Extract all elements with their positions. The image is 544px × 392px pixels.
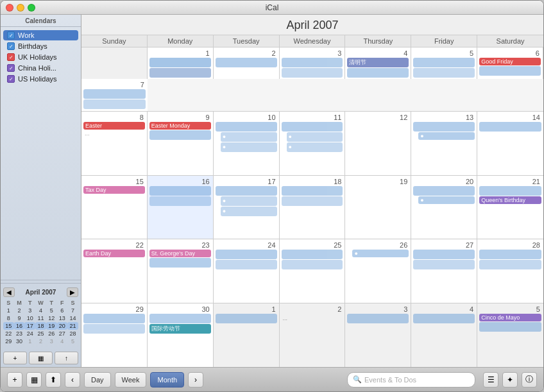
search-box[interactable]: 🔍 Events & To Dos <box>347 372 475 388</box>
mini-cal-day[interactable]: 19 <box>46 322 57 330</box>
event[interactable] <box>413 58 475 67</box>
event[interactable] <box>149 58 211 67</box>
us-holidays-checkbox[interactable]: ✓ <box>7 75 15 83</box>
add-calendar-button[interactable]: + <box>3 352 27 364</box>
mini-cal-day[interactable]: 4 <box>35 307 46 314</box>
view-toggle-button[interactable]: ▦ <box>29 352 53 364</box>
mini-cal-day[interactable]: 20 <box>57 322 68 330</box>
event[interactable] <box>282 58 343 67</box>
cell-apr28[interactable]: 28 <box>477 239 543 303</box>
event[interactable] <box>216 314 277 323</box>
event-good-friday[interactable]: Good Friday <box>479 58 541 65</box>
event-stgeorge[interactable]: St. George's Day <box>149 250 211 257</box>
month-view-button[interactable]: Month <box>150 372 184 388</box>
event[interactable] <box>479 122 541 132</box>
mini-cal-day[interactable]: 30 <box>14 337 25 345</box>
event[interactable]: ● <box>221 132 277 142</box>
cell-apr8[interactable]: 8 Easter ... <box>81 112 148 175</box>
event[interactable] <box>479 66 541 76</box>
cell-apr5[interactable]: 5 <box>411 47 477 79</box>
event[interactable] <box>149 314 211 323</box>
uk-holidays-checkbox[interactable]: ✓ <box>7 53 15 61</box>
mini-cal-day[interactable]: 22 <box>3 330 14 337</box>
event[interactable]: ● <box>418 196 475 204</box>
event[interactable] <box>413 260 475 269</box>
mini-cal-day[interactable]: 15 <box>3 322 14 330</box>
event[interactable] <box>83 314 145 323</box>
china-holidays-checkbox[interactable]: ✓ <box>7 64 15 72</box>
event[interactable] <box>149 186 211 196</box>
new-calendar-button[interactable]: + <box>7 372 22 388</box>
cell-apr22[interactable]: 22 Earth Day <box>81 239 148 303</box>
event[interactable] <box>149 258 211 268</box>
mini-cal-day[interactable]: 21 <box>67 322 78 330</box>
event[interactable] <box>347 68 409 78</box>
week-view-button[interactable]: Week <box>115 372 147 388</box>
cell-may2[interactable]: 2 ... <box>280 303 346 367</box>
event[interactable] <box>216 58 277 67</box>
cell-apr2[interactable]: 2 <box>214 47 280 79</box>
cell-apr1[interactable]: 1 <box>148 47 214 79</box>
birthdays-checkbox[interactable]: ✓ <box>7 42 15 50</box>
pin-button[interactable]: ✦ <box>502 372 518 388</box>
event[interactable]: ● <box>287 132 343 142</box>
event[interactable] <box>149 130 211 140</box>
event-easter[interactable]: Easter <box>83 122 145 130</box>
mini-cal-day[interactable]: 25 <box>35 330 46 337</box>
cell-apr20[interactable]: 20 ● <box>411 176 477 239</box>
event[interactable]: ● <box>287 142 343 152</box>
event[interactable] <box>83 324 145 334</box>
cell-apr9[interactable]: 9 Easter Monday <box>148 112 214 175</box>
mini-cal-day[interactable]: 23 <box>14 330 25 337</box>
event[interactable] <box>216 260 277 269</box>
mini-cal-day[interactable]: 18 <box>35 322 46 330</box>
mini-cal-day[interactable]: 1 <box>3 307 14 314</box>
cell-may4[interactable]: 4 <box>411 303 477 367</box>
close-button[interactable] <box>6 4 13 12</box>
mini-cal-day[interactable]: 5 <box>67 337 78 345</box>
mini-prev-button[interactable]: ◀ <box>3 287 15 297</box>
cell-may5[interactable]: 5 Cinco de Mayo <box>477 303 543 367</box>
event[interactable] <box>282 196 343 206</box>
cell-apr14[interactable]: 14 <box>477 112 543 175</box>
cell-apr11[interactable]: 11 ● ● <box>280 112 346 175</box>
event[interactable] <box>413 122 475 132</box>
cell-apr23[interactable]: 23 St. George's Day <box>148 239 214 303</box>
mini-cal-day[interactable]: 10 <box>24 314 35 322</box>
minimize-button[interactable] <box>17 4 24 12</box>
export-button[interactable]: ⬆ <box>46 372 61 388</box>
cell-apr7[interactable]: 7 <box>81 79 148 110</box>
event[interactable] <box>282 250 343 259</box>
view-button[interactable]: ▦ <box>26 372 42 388</box>
event-tax-day[interactable]: Tax Day <box>83 186 145 194</box>
event[interactable] <box>479 322 541 332</box>
cell-apr12[interactable]: 12 <box>345 112 411 175</box>
mini-cal-day[interactable]: 5 <box>46 307 57 314</box>
event-labor-day[interactable]: 国际劳动节 <box>149 324 211 334</box>
event[interactable] <box>413 314 475 323</box>
event-queens-birthday[interactable]: Queen's Birthday <box>479 196 541 204</box>
mini-next-button[interactable]: ▶ <box>67 287 78 297</box>
cell-apr21[interactable]: 21 Queen's Birthday <box>477 176 543 239</box>
event[interactable] <box>216 250 277 259</box>
event[interactable] <box>149 68 211 78</box>
event[interactable] <box>347 314 409 323</box>
event-earth-day[interactable]: Earth Day <box>83 250 145 257</box>
work-checkbox[interactable]: ✓ <box>7 31 15 39</box>
sidebar-item-work[interactable]: ✓ Work <box>3 30 78 40</box>
cell-may3[interactable]: 3 <box>345 303 411 367</box>
cell-apr10[interactable]: 10 ● ● <box>214 112 280 175</box>
mini-cal-day[interactable]: 6 <box>57 307 68 314</box>
mini-cal-day[interactable]: 12 <box>46 314 57 322</box>
mini-cal-day[interactable]: 3 <box>24 307 35 314</box>
event-easter-monday[interactable]: Easter Monday <box>149 122 211 130</box>
event[interactable] <box>83 99 146 109</box>
event[interactable] <box>479 250 541 259</box>
event[interactable] <box>479 186 541 196</box>
mini-cal-day[interactable]: 17 <box>24 322 35 330</box>
maximize-button[interactable] <box>28 4 35 12</box>
export-button[interactable]: ↑ <box>55 352 78 364</box>
event[interactable]: ● <box>221 207 277 216</box>
cell-apr3[interactable]: 3 <box>280 47 346 79</box>
event-cinco[interactable]: Cinco de Mayo <box>479 314 541 321</box>
